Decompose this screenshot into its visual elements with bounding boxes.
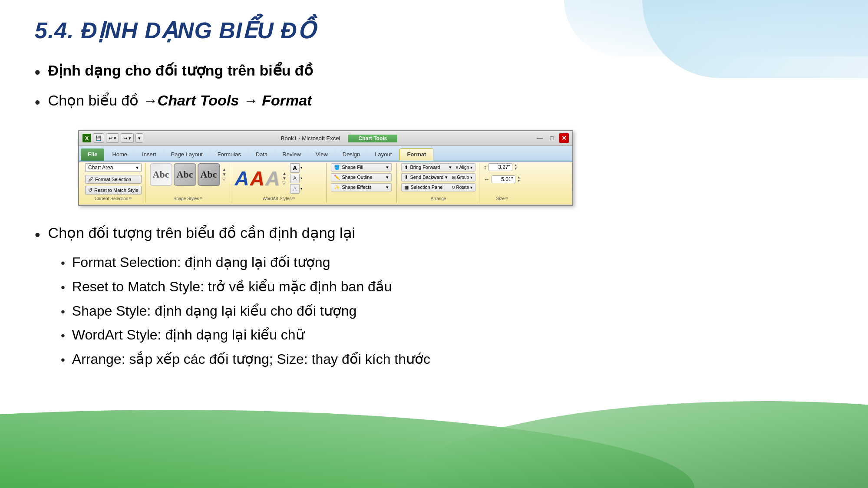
tc-arrow[interactable]: ▾ — [300, 166, 302, 170]
tab-page-layout[interactable]: Page Layout — [164, 148, 210, 161]
wa-letter-blue: A — [234, 168, 249, 188]
bullet-text-1: Định dạng cho đối tượng trên biểu đồ — [48, 61, 313, 80]
tab-design[interactable]: Design — [336, 148, 367, 161]
tab-data[interactable]: Data — [249, 148, 274, 161]
height-spin-down[interactable]: ▼ — [514, 167, 518, 171]
effects-icon: ✨ — [334, 185, 340, 190]
wa-letter-gray: A — [265, 168, 280, 188]
outline-icon: ✏️ — [334, 175, 340, 180]
shape-style-scroll: ▲ ▼ ▽ — [222, 168, 227, 181]
width-spinner: ▲ ▼ — [517, 176, 521, 183]
quick-save-btn[interactable]: 💾 — [93, 133, 104, 143]
shape-fill-btn[interactable]: 🪣 Shape Fill ▾ — [331, 163, 392, 171]
wa-label: WordArt Styles ⧉ — [234, 195, 323, 201]
align-btn[interactable]: ≡ Align ▾ — [456, 165, 472, 170]
bullet-text-2: Chọn biểu đồ →Chart Tools → Format — [48, 91, 312, 110]
bullet-item-1: • Định dạng cho đối tượng trên biểu đồ — [35, 61, 833, 83]
titlebar-right: — □ ✕ — [535, 133, 569, 143]
tab-file[interactable]: File — [81, 148, 104, 161]
wa-expand-icon[interactable]: ⧉ — [292, 196, 295, 201]
sub-bullet-item-2: • Reset to Match Style: trở về kiểu mặc … — [61, 278, 833, 296]
selection-pane-btn[interactable]: ▦ Selection Pane ↻ Rotate ▾ — [401, 183, 475, 191]
cs-label: Current Selection ⧉ — [85, 195, 142, 201]
shape-outline-btn[interactable]: ✏️ Shape Outline ▾ — [331, 173, 392, 181]
sp-icon: ▦ — [404, 185, 409, 190]
size-label: Size ⧉ — [484, 195, 521, 201]
size-expand-icon[interactable]: ⧉ — [505, 196, 508, 201]
sub-dot-5: • — [61, 352, 65, 368]
close-btn[interactable]: ✕ — [559, 133, 569, 143]
sub-text-3: Shape Style: định dạng lại kiểu cho đối … — [72, 302, 357, 320]
tab-insert[interactable]: Insert — [135, 148, 163, 161]
rotate-btn[interactable]: ↻ Rotate ▾ — [452, 185, 472, 190]
excel-ribbon: Chart Area ▾ 🖊 Format Selection ↺ Reset … — [79, 162, 572, 205]
sub-bullet-item-5: • Arrange: sắp xếp các đối tượng; Size: … — [61, 350, 833, 369]
wa-scroll-down[interactable]: ▼ — [282, 176, 287, 181]
tab-home[interactable]: Home — [105, 148, 134, 161]
bring-forward-btn[interactable]: ⬆ Bring Forward ▾ ≡ Align ▾ — [401, 163, 475, 171]
maximize-btn[interactable]: □ — [547, 133, 557, 143]
tab-review[interactable]: Review — [275, 148, 308, 161]
reset-icon: ↺ — [88, 187, 92, 193]
width-spin-down[interactable]: ▼ — [517, 179, 521, 183]
excel-titlebar: X 💾 ↩ ▾ ↪ ▾ ▾ Book1 - Microsoft Excel Ch… — [79, 131, 572, 146]
height-spinner: ▲ ▼ — [514, 164, 518, 171]
excel-title: Book1 - Microsoft Excel Chart Tools — [281, 135, 397, 142]
width-input[interactable] — [492, 175, 515, 183]
to-arrow[interactable]: ▾ — [300, 176, 302, 180]
height-row: ↕ ▲ ▼ — [484, 163, 521, 171]
tab-layout[interactable]: Layout — [368, 148, 399, 161]
scroll-down-icon[interactable]: ▼ — [222, 172, 227, 177]
ss-group-content: Abc Abc Abc ▲ ▼ ▽ — [150, 163, 227, 195]
sb-icon: ⬇ — [404, 175, 408, 180]
wordart-letters: A A A — [234, 168, 280, 188]
chart-area-dropdown[interactable]: Chart Area ▾ — [85, 163, 142, 172]
quick-redo-btn[interactable]: ↪ ▾ — [121, 133, 134, 143]
cs-group-content: Chart Area ▾ 🖊 Format Selection ↺ Reset … — [85, 163, 142, 195]
sub-bullet-list: • Format Selection: định dạng lại đối tư… — [61, 254, 833, 368]
reset-to-match-btn[interactable]: ↺ Reset to Match Style — [85, 186, 142, 195]
shape-effects-btn[interactable]: ✨ Shape Effects ▾ — [331, 183, 392, 191]
height-icon: ↕ — [484, 164, 487, 171]
text-color-scroll: ▾ — [300, 166, 302, 170]
bullet-dot-2: • — [35, 92, 40, 113]
arr-label: Arrange — [401, 195, 475, 201]
quick-undo-btn[interactable]: ↩ ▾ — [106, 133, 119, 143]
scroll-up-icon[interactable]: ▲ — [222, 168, 227, 172]
sfx-label — [331, 195, 393, 201]
sub-dot-2: • — [61, 280, 65, 295]
tab-formulas[interactable]: Formulas — [211, 148, 248, 161]
shape-style-btn-2[interactable]: Abc — [174, 163, 196, 186]
bullet-item-2: • Chọn biểu đồ →Chart Tools → Format — [35, 91, 833, 113]
text-effects-btn[interactable]: A — [290, 184, 300, 194]
text-outline-scroll: ▾ — [300, 176, 302, 180]
tab-view[interactable]: View — [309, 148, 335, 161]
chart-tools-badge: Chart Tools — [348, 135, 397, 142]
wa-scroll-up[interactable]: ▲ — [282, 171, 287, 176]
text-outline-btn[interactable]: A — [290, 174, 300, 183]
te-arrow[interactable]: ▾ — [300, 187, 302, 191]
wa-side-controls: A ▾ A ▾ — [290, 163, 302, 194]
bullet-text-3: Chọn đối tượng trên biểu đồ cần định dạn… — [48, 223, 355, 242]
scroll-expand-icon[interactable]: ▽ — [222, 177, 227, 181]
current-selection-group: Chart Area ▾ 🖊 Format Selection ↺ Reset … — [82, 163, 145, 203]
sub-dot-4: • — [61, 328, 65, 343]
tab-format[interactable]: Format — [399, 148, 433, 161]
group-btn[interactable]: ⊞ Group ▾ — [452, 175, 472, 180]
ss-expand-icon[interactable]: ⧉ — [200, 196, 202, 201]
shape-style-btn-3[interactable]: Abc — [198, 163, 220, 186]
shape-style-btn-1[interactable]: Abc — [150, 163, 172, 186]
send-backward-btn[interactable]: ⬇ Send Backward ▾ ⊞ Group ▾ — [401, 173, 475, 181]
height-input[interactable] — [488, 163, 512, 171]
sub-bullet-item-4: • WordArt Style: định dạng lại kiểu chữ — [61, 326, 833, 344]
sfx-buttons: 🪣 Shape Fill ▾ ✏️ Shape Outline ▾ ✨ Shap… — [331, 163, 392, 192]
wa-scroll-expand[interactable]: ▽ — [282, 181, 287, 185]
quick-extra-btn[interactable]: ▾ — [135, 133, 143, 143]
expand-icon[interactable]: ⧉ — [129, 196, 132, 201]
format-selection-btn[interactable]: 🖊 Format Selection — [85, 175, 142, 184]
arrange-group: ⬆ Bring Forward ▾ ≡ Align ▾ ⬇ Send Backw… — [398, 163, 479, 203]
text-color-btn-a[interactable]: A — [290, 163, 300, 173]
width-row: ↔ ▲ ▼ — [484, 175, 521, 183]
minimize-btn[interactable]: — — [535, 133, 545, 143]
width-icon: ↔ — [484, 176, 490, 183]
